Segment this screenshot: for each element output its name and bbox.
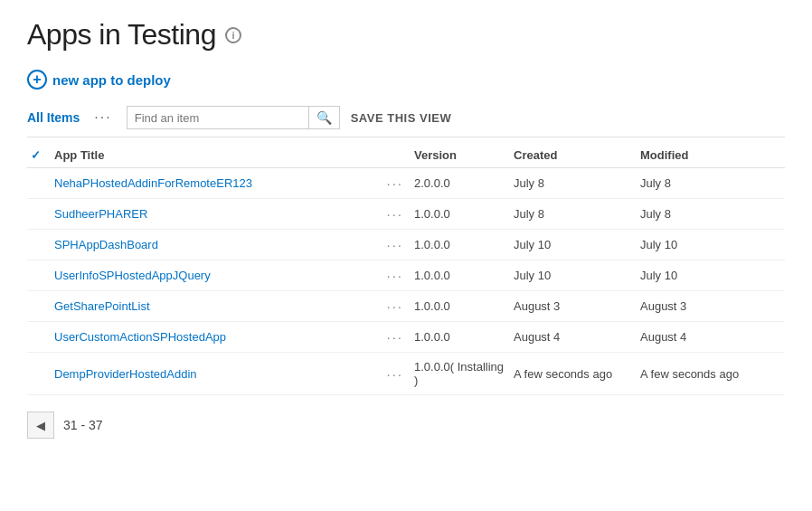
row-created-cell: August 3 — [514, 291, 640, 322]
search-box: 🔍 — [127, 106, 340, 129]
row-modified-cell: July 8 — [640, 199, 785, 230]
new-app-button[interactable]: + new app to deploy — [27, 70, 171, 90]
table-row: NehaPHostedAddinForRemoteER123 ··· 2.0.0… — [27, 168, 785, 199]
search-icon: 🔍 — [316, 110, 332, 125]
row-ellipsis-cell: ··· — [382, 291, 414, 322]
row-modified-cell: July 10 — [640, 260, 785, 291]
row-modified-cell: July 8 — [640, 168, 785, 199]
table-header-row: ✓ App Title Version Created Modified — [27, 143, 785, 168]
prev-icon: ◀ — [36, 419, 45, 432]
item-title-link[interactable]: SPHAppDashBoard — [54, 238, 158, 251]
table-row: SPHAppDashBoard ··· 1.0.0.0 July 10 July… — [27, 230, 785, 260]
items-table: ✓ App Title Version Created Modified Neh… — [27, 143, 785, 395]
item-title-link[interactable]: UserCustomActionSPHostedApp — [54, 330, 226, 344]
row-version-cell: 1.0.0.0 — [414, 322, 514, 353]
row-title-cell: DempProviderHostedAddin — [54, 353, 382, 395]
search-input[interactable] — [127, 108, 308, 128]
row-title-cell: UserInfoSPHostedAppJQuery — [54, 260, 382, 291]
row-ellipsis-cell: ··· — [382, 353, 414, 395]
search-button[interactable]: 🔍 — [308, 107, 339, 128]
row-title-cell: NehaPHostedAddinForRemoteER123 — [54, 168, 382, 199]
item-title-link[interactable]: GetSharePointList — [54, 299, 150, 313]
row-ellipsis-cell: ··· — [382, 199, 414, 230]
row-version-cell: 1.0.0.0 — [414, 260, 514, 291]
new-app-row: + new app to deploy — [27, 70, 785, 90]
col-ellipsis — [382, 143, 414, 168]
row-created-cell: August 4 — [514, 322, 640, 353]
row-title-cell: UserCustomActionSPHostedApp — [54, 322, 382, 353]
row-check-cell — [27, 353, 54, 395]
col-modified: Modified — [640, 143, 785, 168]
row-modified-cell: August 3 — [640, 291, 785, 322]
item-title-link[interactable]: SudheerPHARER — [54, 207, 147, 221]
row-title-cell: SudheerPHARER — [54, 199, 382, 230]
row-created-cell: July 8 — [514, 199, 640, 230]
col-version: Version — [414, 143, 514, 168]
table-row: SudheerPHARER ··· 1.0.0.0 July 8 July 8 — [27, 199, 785, 230]
page-title: Apps in Testing — [27, 18, 216, 52]
row-title-cell: SPHAppDashBoard — [54, 230, 382, 260]
row-created-cell: July 8 — [514, 168, 640, 199]
all-items-tab[interactable]: All Items — [27, 107, 87, 128]
row-ellipsis-button[interactable]: ··· — [382, 268, 407, 283]
row-check-cell — [27, 322, 54, 353]
row-modified-cell: July 10 — [640, 230, 785, 260]
prev-page-button[interactable]: ◀ — [27, 412, 54, 439]
row-ellipsis-cell: ··· — [382, 260, 414, 291]
row-created-cell: A few seconds ago — [514, 353, 640, 395]
item-title-link[interactable]: DempProviderHostedAddin — [54, 367, 197, 381]
row-created-cell: July 10 — [514, 230, 640, 260]
table-row: UserInfoSPHostedAppJQuery ··· 1.0.0.0 Ju… — [27, 260, 785, 291]
table-row: GetSharePointList ··· 1.0.0.0 August 3 A… — [27, 291, 785, 322]
row-check-cell — [27, 230, 54, 260]
row-version-cell: 1.0.0.0 — [414, 199, 514, 230]
item-title-link[interactable]: UserInfoSPHostedAppJQuery — [54, 269, 211, 282]
header-check: ✓ — [31, 148, 41, 162]
save-view-button[interactable]: SAVE THIS VIEW — [340, 108, 463, 128]
row-ellipsis-button[interactable]: ··· — [382, 206, 407, 222]
info-icon[interactable]: i — [225, 27, 241, 43]
row-ellipsis-button[interactable]: ··· — [382, 237, 407, 252]
row-ellipsis-button[interactable]: ··· — [382, 329, 407, 345]
row-ellipsis-cell: ··· — [382, 168, 414, 199]
page-range: 31 - 37 — [63, 418, 103, 432]
row-title-cell: GetSharePointList — [54, 291, 382, 322]
row-version-cell: 1.0.0.0( Installing ) — [414, 353, 514, 395]
page-title-row: Apps in Testing i — [27, 18, 785, 52]
page-container: Apps in Testing i + new app to deploy Al… — [0, 0, 812, 457]
row-version-cell: 1.0.0.0 — [414, 291, 514, 322]
col-check: ✓ — [27, 143, 54, 168]
table-row: UserCustomActionSPHostedApp ··· 1.0.0.0 … — [27, 322, 785, 353]
row-version-cell: 2.0.0.0 — [414, 168, 514, 199]
row-ellipsis-button[interactable]: ··· — [382, 298, 407, 314]
row-check-cell — [27, 168, 54, 199]
row-ellipsis-button[interactable]: ··· — [382, 366, 407, 382]
row-ellipsis-button[interactable]: ··· — [382, 175, 407, 191]
row-ellipsis-cell: ··· — [382, 230, 414, 260]
pagination-row: ◀ 31 - 37 — [27, 412, 785, 439]
row-check-cell — [27, 199, 54, 230]
plus-icon: + — [27, 70, 47, 90]
table-row: DempProviderHostedAddin ··· 1.0.0.0( Ins… — [27, 353, 785, 395]
row-modified-cell: A few seconds ago — [640, 353, 785, 395]
col-created: Created — [514, 143, 640, 168]
row-check-cell — [27, 260, 54, 291]
row-check-cell — [27, 291, 54, 322]
col-title: App Title — [54, 143, 382, 168]
new-app-label: new app to deploy — [52, 72, 171, 88]
row-ellipsis-cell: ··· — [382, 322, 414, 353]
toolbar: All Items ··· 🔍 SAVE THIS VIEW — [27, 106, 785, 137]
row-modified-cell: August 4 — [640, 322, 785, 353]
item-title-link[interactable]: NehaPHostedAddinForRemoteER123 — [54, 176, 252, 190]
toolbar-ellipsis-button[interactable]: ··· — [87, 108, 118, 128]
row-version-cell: 1.0.0.0 — [414, 230, 514, 260]
row-created-cell: July 10 — [514, 260, 640, 291]
